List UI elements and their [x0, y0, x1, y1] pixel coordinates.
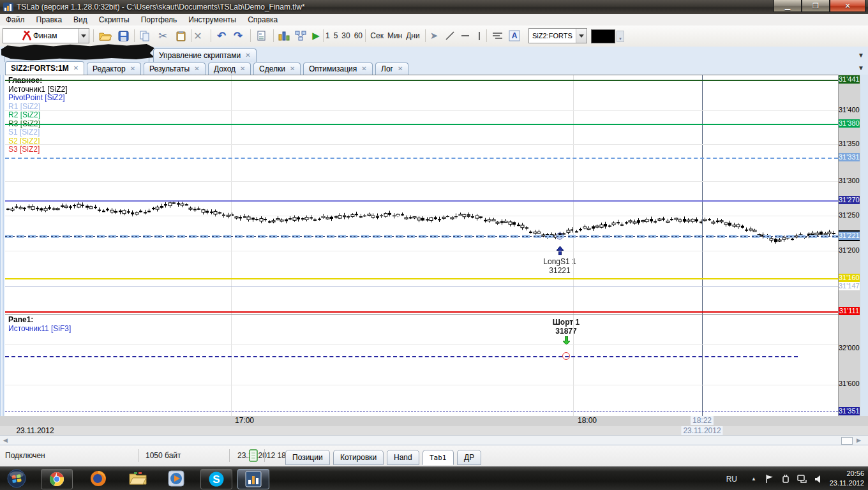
script-properties-icon[interactable] — [253, 28, 269, 43]
interval-button[interactable]: 60 — [352, 31, 364, 40]
account-dropdown-arrow-icon[interactable] — [78, 29, 89, 43]
level-line-grid-31300 — [5, 181, 838, 182]
tab-overflow-icon[interactable]: ▼ — [858, 52, 864, 59]
legend-item: R2 [SiZ2] — [8, 111, 68, 120]
tray-network-icon[interactable] — [797, 467, 807, 490]
script-tab-Доход[interactable]: Доход✕ — [208, 63, 251, 75]
menu-item[interactable]: Справка — [242, 15, 283, 25]
levels-tool-icon[interactable] — [489, 28, 505, 43]
account-combo[interactable]: Финам — [3, 28, 89, 43]
interval-button[interactable]: 1 — [324, 31, 332, 40]
script-tab-Оптимизация[interactable]: Оптимизация✕ — [303, 63, 373, 75]
script-tab-label: SiZ2:FORTS:1M — [11, 64, 69, 73]
finam-logo-icon — [22, 31, 31, 41]
text-tool-icon[interactable]: A — [507, 28, 522, 43]
crosshair-time: 18:22 — [691, 416, 714, 425]
unit-button[interactable]: Мин — [385, 31, 404, 40]
long-entry-annotation: LongS1 1 31221 — [543, 257, 576, 275]
menu-item[interactable]: Портфель — [135, 15, 183, 25]
tray-action-center-icon[interactable] — [765, 467, 774, 490]
tab-close-icon[interactable]: ✕ — [361, 66, 366, 72]
run-icon[interactable]: ▶ — [309, 28, 323, 43]
bottom-tab[interactable]: Позиции — [285, 450, 330, 465]
menu-item[interactable]: Правка — [31, 15, 68, 25]
hline-tool-icon[interactable] — [458, 28, 472, 43]
tab-close-icon[interactable]: ✕ — [240, 66, 245, 72]
redo-icon[interactable]: ↷ — [230, 28, 246, 43]
chart-area[interactable]: Главное: Источник1 [SiZ2]PivotPoint [SiZ… — [5, 75, 838, 418]
menu-item[interactable]: Вид — [68, 15, 93, 25]
tray-clock[interactable]: 20:56 23.11.2012 — [830, 469, 864, 488]
flowchart-icon[interactable] — [292, 28, 309, 43]
delete-icon[interactable]: ✕ — [189, 28, 207, 43]
restore-button[interactable]: ❐ — [802, 0, 830, 12]
script-tab-Редактор[interactable]: Редактор✕ — [87, 63, 141, 75]
tab-close-icon[interactable]: ✕ — [245, 52, 250, 59]
taskbar-explorer-icon[interactable] — [125, 469, 151, 488]
tab-close-icon[interactable]: ✕ — [130, 66, 135, 72]
tab-close-icon[interactable]: ✕ — [290, 66, 295, 72]
tray-date: 23.11.2012 — [830, 479, 864, 488]
scroll-left-icon[interactable]: ◀ — [3, 437, 8, 443]
time-gridline — [231, 75, 232, 417]
bottom-tab[interactable]: Hand — [387, 450, 419, 465]
crosshair-line — [702, 75, 703, 417]
menu-item[interactable]: Файл — [0, 15, 31, 25]
tab-close-icon[interactable]: ✕ — [398, 66, 403, 72]
tslab-logo-icon — [3, 3, 13, 11]
unit-button[interactable]: Дни — [404, 31, 421, 40]
time-axis: 17:00 18:00 18:22 — [0, 416, 868, 426]
workspace-tab-scripts[interactable]: Управление скриптами ✕ — [153, 48, 257, 62]
bottom-tab[interactable]: Tab1 — [423, 450, 454, 465]
menu-item[interactable]: Инструменты — [183, 15, 242, 25]
cursor-tool-icon[interactable]: ➤ — [426, 28, 442, 43]
vline-tool-icon[interactable] — [474, 28, 485, 43]
tray-power-icon[interactable] — [781, 467, 790, 490]
tab-overflow-icon[interactable]: ▼ — [858, 64, 864, 71]
chart-icon[interactable] — [276, 28, 292, 43]
close-button[interactable]: ✕ — [830, 0, 865, 12]
taskbar-chrome-icon[interactable] — [41, 469, 73, 489]
level-line-pivot-line — [5, 200, 838, 202]
unit-button[interactable]: Сек — [368, 31, 385, 40]
symbol-combo[interactable]: SiZ2:FORTS — [528, 28, 587, 43]
interval-button[interactable]: 30 — [340, 31, 352, 40]
tray-expand-icon[interactable]: ▲ — [751, 467, 756, 490]
level-line-grid-31400 — [5, 110, 838, 111]
tray-language[interactable]: RU — [726, 467, 737, 490]
swatch-dropdown-icon[interactable]: ▾ — [617, 31, 624, 42]
interval-button[interactable]: 5 — [332, 31, 340, 40]
tray-volume-icon[interactable] — [814, 467, 822, 490]
level-line-grid-31600 — [5, 385, 838, 385]
taskbar-wmp-icon[interactable] — [163, 469, 189, 488]
tab-close-icon[interactable]: ✕ — [73, 65, 79, 71]
connection-log-icon[interactable] — [249, 449, 258, 462]
cut-icon[interactable]: ✂ — [154, 28, 171, 43]
taskbar-skype-icon[interactable]: S — [200, 469, 232, 489]
paste-icon[interactable] — [172, 28, 189, 43]
price-label-31'300: 31'300 — [839, 177, 860, 185]
trendline-tool-icon[interactable] — [443, 28, 457, 43]
horizontal-scrollbar[interactable]: ◀ ▶ — [0, 435, 868, 445]
script-tab-Сделки[interactable]: Сделки✕ — [253, 63, 301, 75]
start-button[interactable] — [4, 469, 29, 488]
bottom-tab[interactable]: Котировки — [333, 450, 384, 465]
taskbar-firefox-icon[interactable] — [86, 469, 111, 488]
bottom-tab[interactable]: ДР — [457, 450, 481, 465]
window-title: TSLab (версия 1.1.28.0:32bit) - C:\Users… — [17, 3, 305, 11]
color-swatch[interactable] — [591, 29, 615, 43]
undo-icon[interactable]: ↶ — [213, 28, 230, 43]
save-icon[interactable] — [115, 28, 131, 43]
menu-item[interactable]: Скрипты — [93, 15, 135, 25]
scrollbar-thumb[interactable] — [841, 437, 853, 445]
symbol-dropdown-arrow-icon[interactable] — [576, 29, 587, 43]
taskbar-tslab-icon[interactable] — [237, 469, 269, 489]
minimize-button[interactable]: ▁ — [774, 0, 802, 12]
script-tab-SiZ2:FORTS:1M[interactable]: SiZ2:FORTS:1M✕ — [5, 61, 84, 75]
open-icon[interactable] — [97, 28, 114, 43]
tab-close-icon[interactable]: ✕ — [194, 66, 199, 72]
scroll-right-icon[interactable]: ▶ — [857, 437, 861, 443]
script-tab-Результаты[interactable]: Результаты✕ — [144, 63, 206, 75]
script-tab-Лог[interactable]: Лог✕ — [375, 63, 408, 75]
copy-icon[interactable] — [137, 28, 153, 43]
